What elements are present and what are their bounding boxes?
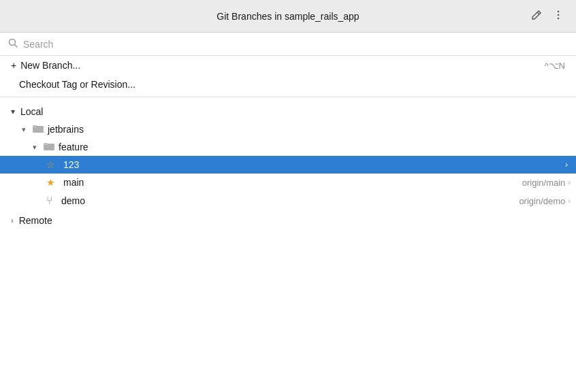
remote-label: Remote	[19, 215, 52, 226]
title-bar: Git Branches in sample_rails_app	[0, 0, 576, 33]
jetbrains-label: jetbrains	[48, 124, 84, 135]
content-area: + New Branch... ^⌥N Checkout Tag or Revi…	[0, 56, 576, 392]
more-options-button[interactable]	[551, 8, 565, 24]
main-branch-item[interactable]: ★ main origin/main ›	[0, 174, 576, 191]
demo-remote-label: origin/demo ›	[519, 196, 576, 206]
main-remote-label: origin/main ›	[522, 178, 576, 188]
edit-icon-button[interactable]	[530, 8, 543, 24]
jetbrains-folder-icon	[33, 124, 44, 135]
feature-label: feature	[59, 142, 89, 152]
demo-branch-item[interactable]: ⑂ demo origin/demo ›	[0, 191, 576, 210]
branch-123-nav-icon: ›	[565, 160, 576, 169]
star-outline-icon: ☆	[46, 159, 55, 170]
checkout-tag-label: Checkout Tag or Revision...	[19, 79, 135, 90]
checkout-tag-item[interactable]: Checkout Tag or Revision...	[0, 75, 576, 94]
svg-point-0	[558, 11, 560, 13]
demo-remote-text: origin/demo	[519, 196, 565, 206]
plus-icon: +	[11, 60, 16, 71]
branch-123-label: 123	[63, 159, 79, 170]
search-input[interactable]	[23, 39, 568, 50]
fork-icon: ⑂	[46, 195, 53, 207]
svg-point-1	[558, 14, 560, 16]
search-icon	[8, 38, 18, 50]
demo-label: demo	[61, 195, 85, 206]
remote-chevron-icon: ›	[11, 216, 14, 225]
new-branch-label: New Branch...	[20, 60, 80, 71]
jetbrains-folder-item[interactable]: ▾ jetbrains	[0, 120, 576, 138]
feature-folder-icon	[44, 142, 54, 152]
remote-section-header[interactable]: › Remote	[0, 212, 576, 229]
main-label: main	[63, 177, 84, 188]
branch-123-item[interactable]: ☆ 123 ›	[0, 156, 576, 174]
title-actions	[530, 8, 565, 24]
new-branch-item[interactable]: + New Branch... ^⌥N	[0, 56, 576, 75]
svg-line-4	[15, 45, 18, 48]
feature-folder-item[interactable]: ▾ feature	[0, 138, 576, 156]
local-chevron-icon: ▾	[11, 107, 15, 116]
more-icon	[553, 10, 564, 20]
window-title: Git Branches in sample_rails_app	[217, 11, 359, 22]
svg-point-2	[558, 18, 560, 20]
git-branches-window: Git Branches in sample_rails_app	[0, 0, 576, 392]
search-bar	[0, 33, 576, 56]
divider	[0, 97, 576, 97]
svg-rect-8	[44, 143, 48, 145]
edit-icon	[531, 10, 542, 20]
demo-remote-chevron-icon: ›	[568, 197, 571, 205]
main-remote-chevron-icon: ›	[568, 178, 571, 186]
feature-chevron-icon: ▾	[33, 143, 37, 152]
local-label: Local	[20, 106, 43, 117]
star-filled-icon: ★	[46, 177, 55, 188]
jetbrains-chevron-icon: ▾	[22, 125, 26, 134]
local-section-header[interactable]: ▾ Local	[0, 103, 576, 120]
main-remote-text: origin/main	[522, 178, 566, 188]
svg-rect-6	[33, 125, 37, 127]
tree-section: ▾ Local ▾ jetbrains ▾	[0, 100, 576, 229]
new-branch-shortcut: ^⌥N	[545, 61, 566, 71]
